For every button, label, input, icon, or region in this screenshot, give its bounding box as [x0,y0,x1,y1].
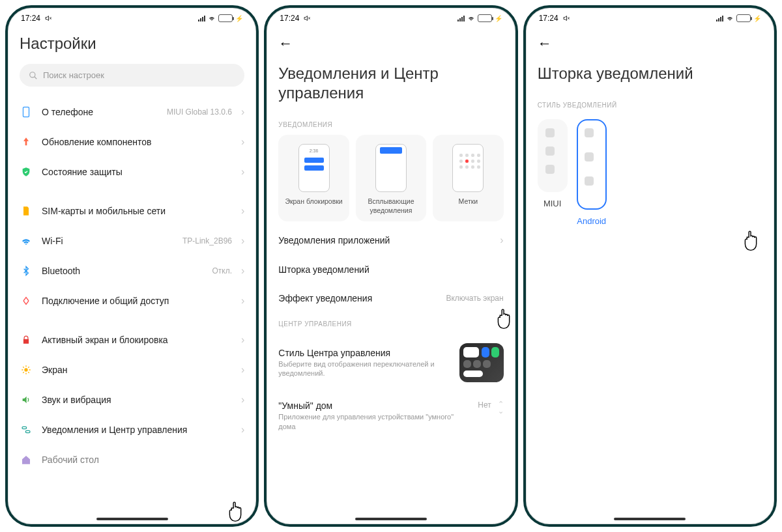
chevron-right-icon: › [241,394,244,406]
back-button[interactable]: ← [538,26,762,56]
status-bar: 17:24 ⚡ [267,8,515,26]
page-title: Шторка уведомлений [538,56,762,94]
row-description: Приложение для управления устройствами "… [278,412,471,431]
chevron-right-icon: › [241,235,244,247]
status-bar: 17:24 ⚡ [8,8,256,26]
row-notification-effect[interactable]: Эффект уведомления Включать экран [278,284,503,313]
row-label: Звук и вибрация [42,395,232,405]
battery-icon [478,14,492,22]
row-sound[interactable]: Звук и вибрация › [20,385,244,415]
phone-1-settings: 17:24 ⚡ Настройки Поиск настроек О телеф… [5,5,259,527]
style-option-android[interactable]: Android [577,119,607,226]
row-label: Подключение и общий доступ [42,296,232,306]
row-security[interactable]: Состояние защиты › [20,157,244,187]
svg-point-0 [30,72,35,77]
wifi-icon [20,234,33,247]
lock-icon [20,333,33,346]
cc-preview-icon [459,343,504,382]
row-smart-home[interactable]: "Умный" дом Приложение для управления ус… [278,391,503,440]
wifi-icon [467,14,475,22]
update-icon [20,135,33,148]
page-title: Уведомления и Центр управления [278,56,503,113]
wifi-icon [208,14,216,22]
row-notification-shade[interactable]: Шторка уведомлений [278,255,503,284]
signal-icon [716,15,723,21]
search-placeholder: Поиск настроек [43,70,104,80]
phone-icon [20,105,33,119]
mute-icon [303,14,311,22]
row-label: Шторка уведомлений [278,264,503,275]
row-label: Обновление компонентов [42,137,232,147]
status-time: 17:24 [21,14,40,23]
chevron-right-icon: › [241,364,244,376]
signal-icon [198,15,205,21]
phone-3-shade-style: 17:24 ⚡ ← Шторка уведомлений СТИЛЬ УВЕДО… [523,5,777,527]
row-wifi[interactable]: Wi-Fi TP-Link_2B96 › [20,226,244,256]
row-notifications[interactable]: Уведомления и Центр управления › [20,415,244,445]
row-connection[interactable]: Подключение и общий доступ › [20,286,244,316]
share-icon [20,294,33,307]
page-title: Настройки [20,26,244,64]
search-input[interactable]: Поиск настроек [20,64,244,87]
row-description: Выберите вид отображения переключателей … [278,359,452,378]
row-label: Стиль Центра управления [278,348,452,358]
speaker-icon [20,393,33,406]
row-value: Откл. [212,266,232,275]
svg-rect-1 [23,107,29,117]
svg-point-2 [24,368,27,371]
row-label: Рабочий стол [42,455,244,465]
row-label: Активный экран и блокировка [42,335,232,345]
row-label: Состояние защиты [42,167,232,177]
tile-lockscreen[interactable]: 2:36 Экран блокировки [278,135,349,221]
row-update[interactable]: Обновление компонентов › [20,127,244,157]
section-control-center: ЦЕНТР УПРАВЛЕНИЯ [278,313,503,334]
row-sim[interactable]: SIM-карты и мобильные сети › [20,196,244,226]
updown-icon: ⌃⌄ [498,400,504,415]
sun-icon [20,363,33,376]
chevron-right-icon: › [241,265,244,277]
tile-label: Всплывающие уведомления [360,197,422,215]
tile-badges[interactable]: Метки [433,135,503,221]
wifi-icon [726,14,734,22]
battery-icon [218,14,233,22]
row-label: Эффект уведомления [278,293,439,303]
status-time: 17:24 [539,14,558,23]
chevron-right-icon: › [500,234,503,246]
search-icon [29,71,38,80]
row-app-notifications[interactable]: Уведомления приложений › [278,225,503,255]
row-label: О телефоне [42,107,158,117]
chevron-right-icon: › [241,166,244,178]
row-display[interactable]: Экран › [20,355,244,385]
chevron-right-icon: › [241,334,244,346]
row-cc-style[interactable]: Стиль Центра управления Выберите вид ото… [278,334,503,391]
row-label: Bluetooth [42,266,203,276]
home-icon [20,453,33,466]
status-bar: 17:24 ⚡ [526,8,774,26]
section-style: СТИЛЬ УВЕДОМЛЕНИЙ [538,94,762,115]
svg-rect-4 [25,430,30,432]
nav-bar[interactable] [614,518,686,520]
row-about-phone[interactable]: О телефоне MIUI Global 13.0.6 › [20,97,244,127]
row-home[interactable]: Рабочий стол [20,445,244,475]
chevron-right-icon: › [241,106,244,118]
row-bluetooth[interactable]: Bluetooth Откл. › [20,256,244,286]
row-lockscreen[interactable]: Активный экран и блокировка › [20,325,244,355]
mute-icon [562,14,570,22]
signal-icon [457,15,465,21]
tile-label: Экран блокировки [282,197,345,206]
nav-bar[interactable] [96,518,168,520]
phone-2-notifications: 17:24 ⚡ ← Уведомления и Центр управления… [264,5,517,527]
row-label: Уведомления и Центр управления [42,425,232,435]
charge-icon: ⚡ [753,15,761,22]
style-label: MIUI [538,199,568,208]
row-value: Включать экран [446,294,503,303]
nav-bar[interactable] [355,518,427,520]
row-value: MIUI Global 13.0.6 [167,107,232,117]
sim-icon [20,204,33,217]
svg-rect-3 [22,427,27,428]
mock-time: 2:36 [299,148,329,153]
tile-popup[interactable]: Всплывающие уведомления [356,135,426,221]
back-button[interactable]: ← [278,26,503,56]
style-option-miui[interactable]: MIUI [538,119,568,226]
status-time: 17:24 [280,14,299,23]
